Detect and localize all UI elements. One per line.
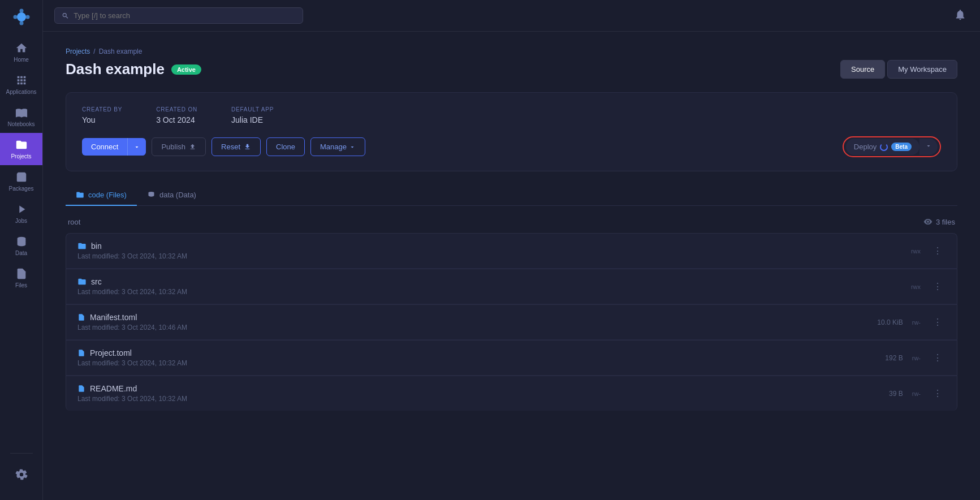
app-logo[interactable] xyxy=(11,7,32,27)
jobs-icon xyxy=(15,203,28,215)
database-tab-icon xyxy=(147,191,156,199)
file-count: 3 files xyxy=(923,217,955,226)
file-item-left: src Last modified: 3 Oct 2024, 10:32 AM xyxy=(77,277,187,296)
file-size: 39 B xyxy=(889,390,903,398)
clone-button[interactable]: Clone xyxy=(266,137,305,156)
workspace-buttons: Source My Workspace xyxy=(840,60,957,79)
breadcrumb-separator: / xyxy=(93,48,95,55)
project-title: Dash example xyxy=(66,61,165,78)
sidebar-item-label: Projects xyxy=(11,153,31,160)
tab-data[interactable]: data (Data) xyxy=(137,185,206,206)
file-menu-button[interactable]: ⋮ xyxy=(930,280,946,293)
default-app-value: Julia IDE xyxy=(231,115,263,124)
chevron-down-icon xyxy=(925,143,932,149)
publish-label: Publish xyxy=(161,143,185,151)
sidebar-item-data[interactable]: Data xyxy=(0,230,42,262)
status-badge: Active xyxy=(171,64,201,75)
created-on-field: CREATED ON 3 Oct 2024 xyxy=(156,106,197,125)
sidebar-settings[interactable] xyxy=(10,463,33,486)
sidebar-item-label: Notebooks xyxy=(8,121,35,127)
project-header: Dash example Active Source My Workspace xyxy=(66,60,957,79)
sidebar-bottom xyxy=(10,449,33,493)
my-workspace-button[interactable]: My Workspace xyxy=(887,60,957,79)
topbar-right xyxy=(952,6,969,25)
data-icon xyxy=(15,235,28,248)
tab-code[interactable]: code (Files) xyxy=(66,185,137,206)
file-menu-button[interactable]: ⋮ xyxy=(930,244,946,257)
file-item-left: Project.toml Last modified: 3 Oct 2024, … xyxy=(77,348,187,367)
settings-icon xyxy=(15,468,28,481)
sidebar-item-label: Files xyxy=(15,282,27,288)
file-menu-button[interactable]: ⋮ xyxy=(930,387,946,400)
file-meta: Last modified: 3 Oct 2024, 10:32 AM xyxy=(77,359,187,367)
connect-caret-button[interactable] xyxy=(128,138,146,156)
search-input[interactable] xyxy=(74,11,296,20)
home-icon xyxy=(15,42,28,54)
file-name: bin xyxy=(77,242,187,251)
folder-tab-icon xyxy=(76,191,84,199)
root-label: root xyxy=(68,218,80,226)
breadcrumb-parent[interactable]: Projects xyxy=(66,48,90,55)
deploy-caret-button[interactable] xyxy=(919,139,938,155)
file-item[interactable]: README.md Last modified: 3 Oct 2024, 10:… xyxy=(66,376,957,411)
search-box[interactable] xyxy=(54,7,303,24)
file-name: Manifest.toml xyxy=(77,313,187,322)
sidebar-item-packages[interactable]: Packages xyxy=(0,165,42,197)
breadcrumb: Projects / Dash example xyxy=(66,48,957,55)
file-right: rwx ⋮ xyxy=(911,244,946,257)
default-app-label: DEFAULT APP xyxy=(231,106,274,113)
file-meta: Last modified: 3 Oct 2024, 10:32 AM xyxy=(77,288,187,296)
manage-button[interactable]: Manage xyxy=(310,137,365,156)
svg-point-3 xyxy=(13,15,17,19)
connect-button[interactable]: Connect xyxy=(82,138,128,156)
notification-bell-button[interactable] xyxy=(952,6,969,25)
chevron-down-icon xyxy=(349,144,356,150)
sidebar-item-home[interactable]: Home xyxy=(0,36,42,68)
sidebar-item-files[interactable]: Files xyxy=(0,262,42,294)
default-app-field: DEFAULT APP Julia IDE xyxy=(231,106,274,125)
file-permissions: rw- xyxy=(912,355,921,361)
file-item[interactable]: src Last modified: 3 Oct 2024, 10:32 AM … xyxy=(66,269,957,304)
sidebar-item-label: Home xyxy=(14,57,29,63)
sidebar-item-label: Jobs xyxy=(15,218,27,224)
file-right: 39 B rw- ⋮ xyxy=(889,387,946,400)
topbar xyxy=(43,0,980,32)
file-meta: Last modified: 3 Oct 2024, 10:32 AM xyxy=(77,395,187,403)
file-item[interactable]: Manifest.toml Last modified: 3 Oct 2024,… xyxy=(66,304,957,340)
file-item-left: bin Last modified: 3 Oct 2024, 10:32 AM xyxy=(77,242,187,260)
tab-data-label: data (Data) xyxy=(159,191,196,199)
file-size: 10.0 KiB xyxy=(877,318,903,326)
created-by-value: You xyxy=(82,115,96,124)
file-meta: Last modified: 3 Oct 2024, 10:32 AM xyxy=(77,252,187,260)
sidebar-item-notebooks[interactable]: Notebooks xyxy=(0,101,42,133)
upload-icon xyxy=(189,143,196,150)
sidebar-item-projects[interactable]: Projects xyxy=(0,133,42,165)
file-item[interactable]: bin Last modified: 3 Oct 2024, 10:32 AM … xyxy=(66,233,957,269)
deploy-button[interactable]: Deploy Beta xyxy=(846,139,919,155)
file-list: bin Last modified: 3 Oct 2024, 10:32 AM … xyxy=(66,233,957,411)
sidebar-item-label: Packages xyxy=(9,186,34,192)
source-workspace-button[interactable]: Source xyxy=(840,60,885,79)
deploy-spinner xyxy=(880,143,888,151)
tab-code-label: code (Files) xyxy=(88,191,127,199)
packages-icon xyxy=(15,171,28,183)
bell-icon xyxy=(954,8,966,21)
sidebar-item-jobs[interactable]: Jobs xyxy=(0,197,42,230)
folder-icon xyxy=(77,277,87,286)
file-menu-button[interactable]: ⋮ xyxy=(930,351,946,364)
deploy-label: Deploy xyxy=(854,143,877,151)
sidebar-item-applications[interactable]: Applications xyxy=(0,68,42,101)
file-browser-header: root 3 files xyxy=(66,217,957,226)
svg-point-4 xyxy=(25,15,29,19)
sidebar-item-label: Applications xyxy=(6,89,37,95)
reset-button[interactable]: Reset xyxy=(211,137,261,156)
file-right: rwx ⋮ xyxy=(911,280,946,293)
created-on-label: CREATED ON xyxy=(156,106,197,113)
file-name: README.md xyxy=(77,384,187,393)
file-item-left: Manifest.toml Last modified: 3 Oct 2024,… xyxy=(77,313,187,331)
tabs: code (Files) data (Data) xyxy=(66,185,957,206)
publish-button[interactable]: Publish xyxy=(152,137,206,156)
file-menu-button[interactable]: ⋮ xyxy=(930,316,946,329)
file-item[interactable]: Project.toml Last modified: 3 Oct 2024, … xyxy=(66,340,957,376)
created-on-value: 3 Oct 2024 xyxy=(156,115,195,124)
